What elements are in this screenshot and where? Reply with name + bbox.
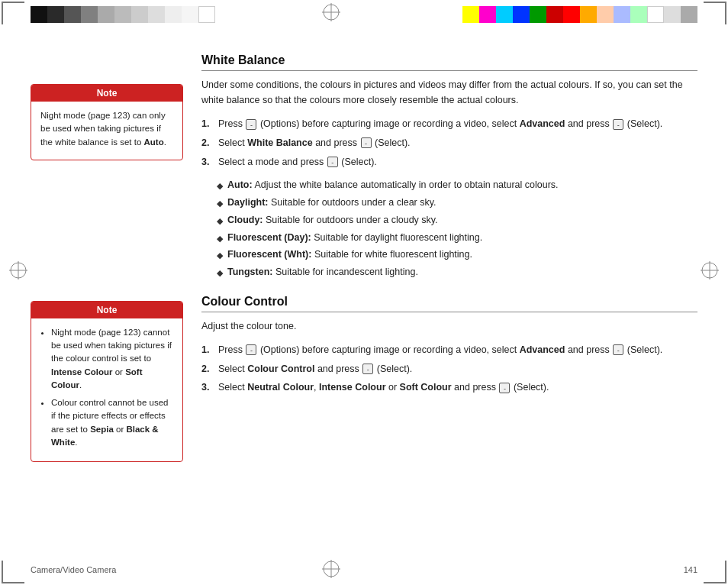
section2-intro: Adjust the colour tone.	[201, 318, 697, 334]
diamond-icon-6: ◆	[217, 267, 223, 280]
step-1-2-num: 2.	[201, 136, 214, 150]
bullet-fluor-wht: ◆ Fluorescent (Wht): Suitable for white …	[217, 247, 697, 262]
color-bar-left	[31, 6, 215, 23]
bullet-tungsten-text: Tungsten: Suitable for incandescent ligh…	[227, 265, 418, 280]
page-content: Note Night mode (page 123) can only be u…	[31, 46, 697, 554]
step-1-1-num: 1.	[201, 117, 214, 131]
bullet-fluor-day-text: Fluorescent (Day): Suitable for daylight…	[227, 231, 482, 245]
corner-tl	[2, 2, 24, 24]
select-btn-icon-s2-2: -	[362, 364, 373, 374]
note2-item-1: Night mode (page 123) cannot be used whe…	[51, 326, 173, 392]
footer-left: Camera/Video Camera	[31, 565, 116, 574]
step-2-1: 1. Press - (Options) before capturing im…	[201, 343, 697, 357]
section1-steps: 1. Press - (Options) before capturing im…	[201, 117, 697, 169]
bullet-fluor-wht-text: Fluorescent (Wht): Suitable for white fl…	[227, 247, 472, 262]
note2-item-2: Colour control cannot be used if the pic…	[51, 396, 173, 449]
bullet-fluor-day: ◆ Fluorescent (Day): Suitable for daylig…	[217, 231, 697, 245]
section-colour-control: Colour Control Adjust the colour tone. 1…	[201, 295, 697, 395]
options-btn-icon-s2: -	[246, 344, 256, 355]
select-btn-icon: -	[613, 119, 623, 130]
step-2-2-text: Select Colour Control and press - (Selec…	[218, 362, 697, 377]
left-column: Note Night mode (page 123) can only be u…	[31, 46, 183, 554]
bullet-cloudy: ◆ Cloudy: Suitable for outdoors under a …	[217, 213, 697, 228]
step-2-3: 3. Select Neutral Colour, Intense Colour…	[201, 380, 697, 395]
crosshair-mid-right	[699, 260, 720, 283]
step-2-3-num: 3.	[201, 380, 214, 395]
bullet-tungsten: ◆ Tungsten: Suitable for incandescent li…	[217, 265, 697, 280]
step-2-3-text: Select Neutral Colour, Intense Colour or…	[218, 380, 697, 395]
diamond-icon-3: ◆	[217, 215, 223, 228]
bullet-daylight: ◆ Daylight: Suitable for outdoors under …	[217, 196, 697, 210]
note1-text: Night mode (page 123) can only be used w…	[40, 109, 173, 149]
corner-bl	[2, 561, 24, 583]
section1-intro: Under some conditions, the colours in pi…	[201, 77, 697, 108]
step-1-1-text: Press - (Options) before capturing image…	[218, 117, 697, 131]
step-1-3-text: Select a mode and press - (Select).	[218, 155, 697, 170]
step-1-1: 1. Press - (Options) before capturing im…	[201, 117, 697, 131]
bullet-auto-text: Auto: Adjust the white balance automatic…	[227, 178, 559, 192]
step-2-1-num: 1.	[201, 343, 214, 357]
color-bar-right	[462, 6, 697, 23]
crosshair-top-center	[321, 2, 342, 25]
section1-title: White Balance	[201, 53, 697, 71]
note-header-2: Note	[31, 302, 182, 318]
step-2-2: 2. Select Colour Control and press - (Se…	[201, 362, 697, 377]
step-1-2: 2. Select White Balance and press - (Sel…	[201, 136, 697, 150]
diamond-icon-4: ◆	[217, 232, 223, 245]
step-2-1-text: Press - (Options) before capturing image…	[218, 343, 697, 357]
select-btn-icon-2: -	[361, 137, 372, 148]
diamond-icon-1: ◆	[217, 179, 223, 192]
select-btn-icon-s2-3: -	[499, 383, 510, 393]
bullet-cloudy-text: Cloudy: Suitable for outdoors under a cl…	[227, 213, 438, 228]
note-body-2: Night mode (page 123) cannot be used whe…	[31, 318, 182, 461]
section2-title: Colour Control	[201, 295, 697, 312]
corner-br	[704, 561, 726, 583]
diamond-icon-2: ◆	[217, 197, 223, 210]
select-btn-icon-3: -	[327, 157, 338, 167]
note-box-2: Note Night mode (page 123) cannot be use…	[31, 301, 183, 462]
select-btn-icon-s2: -	[613, 344, 623, 355]
note-header-1: Note	[31, 85, 182, 102]
crosshair-mid-left	[8, 260, 29, 283]
page-footer: Camera/Video Camera 141	[31, 565, 697, 574]
footer-right: 141	[684, 565, 697, 574]
step-2-2-num: 2.	[201, 362, 214, 377]
note-box-1: Note Night mode (page 123) can only be u…	[31, 84, 183, 160]
section2-steps: 1. Press - (Options) before capturing im…	[201, 343, 697, 395]
bullet-auto: ◆ Auto: Adjust the white balance automat…	[217, 178, 697, 192]
step-1-3: 3. Select a mode and press - (Select).	[201, 155, 697, 170]
note-body-1: Night mode (page 123) can only be used w…	[31, 102, 182, 160]
section-white-balance: White Balance Under some conditions, the…	[201, 53, 697, 280]
step-1-2-text: Select White Balance and press - (Select…	[218, 136, 697, 150]
bullet-daylight-text: Daylight: Suitable for outdoors under a …	[227, 196, 436, 210]
options-btn-icon: -	[246, 119, 256, 130]
step-1-3-num: 3.	[201, 155, 214, 170]
corner-tr	[704, 2, 726, 24]
diamond-icon-5: ◆	[217, 249, 223, 262]
right-column: White Balance Under some conditions, the…	[201, 46, 697, 554]
note2-list: Night mode (page 123) cannot be used whe…	[40, 326, 173, 449]
section1-bullets: ◆ Auto: Adjust the white balance automat…	[217, 178, 697, 280]
